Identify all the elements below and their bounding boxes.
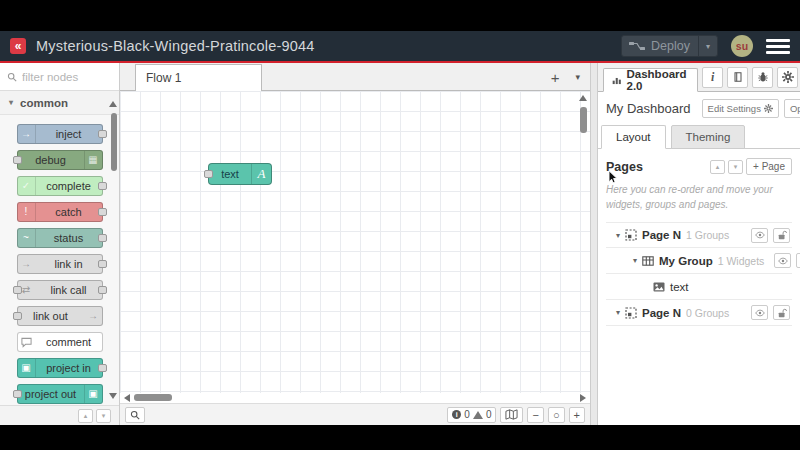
flow-list-caret[interactable]: ▾ (575, 73, 580, 82)
palette-node-debug[interactable]: debug ▦ (17, 150, 103, 170)
tree-row-page-2[interactable]: ▾ Page N 0 Groups (606, 300, 792, 326)
lock-toggle-button[interactable] (796, 253, 800, 268)
scroll-right-arrow[interactable] (580, 394, 586, 402)
palette-node-status[interactable]: ~ status (17, 228, 103, 248)
move-page-up-button[interactable]: ▴ (710, 160, 725, 174)
tree-row-my-group[interactable]: ▾ My Group 1 Widgets (606, 248, 792, 274)
vertical-scrollbar-thumb[interactable] (580, 107, 587, 133)
tab-dashboard-2[interactable]: Dashboard 2.0 (603, 68, 698, 92)
warning-count: 0 (486, 409, 492, 420)
visibility-toggle-button[interactable] (751, 228, 768, 243)
tab-layout[interactable]: Layout (601, 125, 666, 149)
tree-row-text-widget[interactable]: text (606, 274, 792, 300)
debug-tab-button[interactable] (752, 67, 773, 88)
open-dashboard-button[interactable]: Open Dashboard (784, 99, 800, 118)
info-icon: i (711, 70, 714, 85)
palette-scroll-down[interactable] (109, 393, 117, 399)
instance-title: Mysterious-Black-Winged-Pratincole-9044 (36, 38, 315, 54)
palette-scroll-up[interactable] (109, 101, 117, 107)
scroll-up-arrow[interactable] (579, 95, 587, 101)
palette-node-catch[interactable]: ! catch (17, 202, 103, 222)
tree-item-name: text (670, 281, 689, 293)
zoom-in-button[interactable]: + (569, 407, 585, 423)
add-page-button[interactable]: + Page (746, 158, 792, 175)
help-tab-button[interactable] (727, 67, 748, 88)
pages-help-text: Here you can re-order and move your widg… (606, 182, 792, 212)
scroll-left-arrow[interactable] (124, 394, 130, 402)
output-port (98, 234, 107, 242)
palette-node-link-out[interactable]: link out → (17, 306, 103, 326)
tree-item-count: 1 Groups (686, 229, 729, 241)
status-icon: ~ (18, 229, 36, 247)
node-label: catch (36, 207, 102, 218)
palette-node-link-call[interactable]: ⇄ link call (17, 280, 103, 300)
node-label: status (36, 233, 102, 244)
visibility-toggle-button[interactable] (751, 305, 768, 320)
deploy-options-caret[interactable]: ▾ (698, 36, 717, 56)
flowfuse-logo-icon: « (10, 38, 26, 54)
eye-icon (755, 308, 765, 318)
pages-header: Pages ▴ ▾ + Page (606, 158, 792, 175)
palette-node-project-out[interactable]: project out ▣ (17, 384, 103, 404)
flow-tab-bar: Flow 1 + ▾ (120, 63, 590, 91)
zoom-reset-button[interactable]: ○ (548, 407, 565, 423)
main-menu-button[interactable] (766, 39, 790, 54)
lock-toggle-button[interactable] (773, 228, 790, 243)
link-in-icon: → (18, 255, 36, 273)
screen-frame: « Mysterious-Black-Winged-Pratincole-904… (0, 0, 800, 450)
eye-icon (755, 230, 765, 240)
palette-node-project-in[interactable]: ▣ project in (17, 358, 103, 378)
palette-node-complete[interactable]: ✓ complete (17, 176, 103, 196)
move-page-down-button[interactable]: ▾ (728, 160, 743, 174)
palette-category-common[interactable]: ▾ common (0, 91, 119, 115)
palette-node-inject[interactable]: → inject (17, 124, 103, 144)
config-tab-button[interactable] (777, 67, 798, 88)
input-port (13, 286, 22, 294)
node-red-app: « Mysterious-Black-Winged-Pratincole-904… (0, 31, 800, 427)
chevron-down-icon[interactable]: ▾ (616, 231, 620, 240)
user-avatar[interactable]: su (731, 35, 753, 57)
input-port (13, 390, 22, 398)
output-port (98, 260, 107, 268)
deploy-label: Deploy (651, 39, 690, 53)
tab-theming[interactable]: Theming (671, 125, 746, 149)
input-port[interactable] (204, 170, 213, 178)
search-flows-button[interactable] (125, 407, 145, 423)
chevron-down-icon[interactable]: ▾ (633, 256, 637, 265)
filter-nodes-input[interactable] (22, 71, 104, 83)
app-header: « Mysterious-Black-Winged-Pratincole-904… (0, 31, 800, 63)
visibility-toggle-button[interactable] (774, 253, 791, 268)
tab-flow-1[interactable]: Flow 1 (135, 64, 262, 91)
pages-tree: ▾ Page N 1 Groups ▾ My Group 1 Widgets (606, 222, 792, 326)
header-actions: Deploy ▾ su (621, 35, 790, 57)
lock-toggle-button[interactable] (773, 305, 790, 320)
palette-node-comment[interactable]: comment (17, 332, 103, 352)
navigator-button[interactable] (500, 407, 523, 423)
tree-row-page-1[interactable]: ▾ Page N 1 Groups (606, 222, 792, 248)
add-flow-button[interactable]: + (551, 70, 560, 85)
info-tab-button[interactable]: i (702, 67, 723, 88)
notifications-button[interactable]: i 0 0 (447, 407, 496, 423)
zoom-out-button[interactable]: − (527, 407, 543, 423)
workspace-grid[interactable]: text A (120, 91, 590, 393)
flow-node-label: text (209, 168, 251, 180)
node-label: link call (36, 285, 102, 296)
deploy-button[interactable]: Deploy ▾ (621, 35, 718, 57)
complete-icon: ✓ (18, 177, 36, 195)
right-sidebar: Dashboard 2.0 i ▾ My Dashboard Edit Sett… (598, 63, 800, 425)
horizontal-scrollbar-thumb[interactable] (134, 394, 172, 401)
group-grid-icon (642, 255, 654, 267)
unlock-icon (777, 308, 787, 318)
edit-settings-button[interactable]: Edit Settings (702, 99, 779, 118)
palette-node-link-in[interactable]: → link in (17, 254, 103, 274)
expand-categories-button[interactable]: ▾ (96, 409, 111, 423)
output-port (98, 208, 107, 216)
flow-tab-label: Flow 1 (146, 71, 181, 85)
palette-scrollbar-thumb[interactable] (111, 113, 117, 171)
canvas-vertical-scrollbar[interactable] (579, 95, 587, 133)
canvas-horizontal-scrollbar[interactable] (120, 393, 590, 403)
flow-node-text[interactable]: text A (208, 163, 272, 185)
sidebar-resize-handle[interactable] (590, 63, 598, 425)
chevron-down-icon[interactable]: ▾ (616, 308, 620, 317)
collapse-categories-button[interactable]: ▴ (78, 409, 93, 423)
